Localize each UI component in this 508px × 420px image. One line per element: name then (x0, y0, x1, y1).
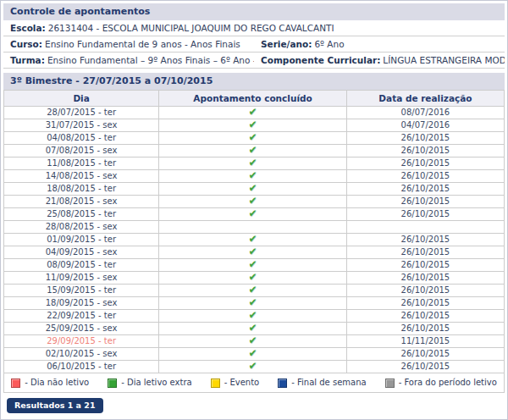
check-icon: ✔ (248, 146, 257, 155)
legend-item-evento: - Evento (211, 378, 260, 388)
legend-swatch-dia-nao-letivo (11, 379, 20, 388)
status-cell: ✔ (159, 348, 347, 361)
realization-date-cell: 26/10/2015 (346, 145, 504, 158)
status-cell: ✔ (159, 335, 347, 348)
table-body: 28/07/2015 - ter✔08/07/201631/07/2015 - … (4, 107, 505, 373)
day-cell-highlighted: 29/09/2015 - ter (4, 335, 159, 348)
status-cell: ✔ (159, 310, 347, 323)
status-cell: ✔ (159, 361, 347, 373)
legend-item-final-de-semana: - Final de semana (278, 378, 366, 388)
check-icon: ✔ (248, 349, 257, 358)
legend-item-dia-letivo-extra: - Dia letivo extra (108, 378, 191, 388)
status-cell: ✔ (159, 234, 347, 246)
day-cell: 07/08/2015 - sex (4, 145, 159, 158)
table-row: 28/07/2015 - ter✔08/07/2016 (4, 107, 505, 119)
status-cell: ✔ (159, 183, 347, 196)
escola-value: 26131404 - ESCOLA MUNICIPAL JOAQUIM DO R… (48, 23, 334, 33)
realization-date-cell: 26/10/2015 (346, 208, 504, 221)
realization-date-cell: 26/10/2015 (346, 323, 504, 335)
status-cell: ✔ (159, 132, 347, 145)
table-row: 08/09/2015 - ter✔26/10/2015 (4, 259, 505, 272)
check-icon: ✔ (248, 171, 257, 180)
table-row: 28/08/2015 - sex (4, 221, 505, 234)
componente-value: LÍNGUA ESTRANGEIRA MODERNA:INGLÊS (383, 55, 505, 65)
table-row: 21/08/2015 - sex✔26/10/2015 (4, 196, 505, 208)
col-header-apontamento: Apontamento concluído (159, 91, 347, 107)
day-cell: 21/08/2015 - sex (4, 196, 159, 208)
status-cell: ✔ (159, 323, 347, 335)
serie-value: 6º Ano (314, 39, 344, 49)
table-row: 02/10/2015 - sex✔26/10/2015 (4, 348, 505, 361)
turma-value: Ensino Fundamental – 9º Anos Finais – 6º… (47, 55, 254, 65)
realization-date-cell: 26/10/2015 (346, 158, 504, 170)
status-cell: ✔ (159, 170, 347, 183)
legend-row: - Dia não letivo- Dia letivo extra- Even… (4, 373, 505, 393)
status-cell: ✔ (159, 208, 347, 221)
table-row: 06/10/2015 - ter✔26/10/2015 (4, 361, 505, 373)
check-icon: ✔ (248, 184, 257, 193)
realization-date-cell: 26/10/2015 (346, 297, 504, 310)
realization-date-cell: 26/10/2015 (346, 246, 504, 259)
realization-date-cell: 11/11/2015 (346, 335, 504, 348)
legend-label: - Evento (224, 378, 260, 388)
legend-cell: - Dia não letivo- Dia letivo extra- Even… (4, 373, 505, 393)
table-row: 04/08/2015 - ter✔26/10/2015 (4, 132, 505, 145)
check-icon: ✔ (248, 260, 257, 269)
page-title: Controle de apontamentos (3, 3, 505, 20)
table-row: 22/09/2015 - ter✔26/10/2015 (4, 310, 505, 323)
realization-date-cell: 26/10/2015 (346, 285, 504, 297)
realization-date-cell: 04/07/2016 (346, 119, 504, 132)
col-header-dia: Dia (4, 91, 159, 107)
day-cell: 06/10/2015 - ter (4, 361, 159, 373)
status-cell: ✔ (159, 259, 347, 272)
status-cell (159, 221, 347, 234)
check-icon: ✔ (248, 209, 257, 218)
check-icon: ✔ (248, 133, 257, 142)
table-row: 07/08/2015 - sex✔26/10/2015 (4, 145, 505, 158)
status-cell: ✔ (159, 145, 347, 158)
status-cell: ✔ (159, 297, 347, 310)
check-icon: ✔ (248, 108, 257, 117)
table-row: 18/09/2015 - sex✔26/10/2015 (4, 297, 505, 310)
day-cell: 28/08/2015 - sex (4, 221, 159, 234)
check-icon: ✔ (248, 298, 257, 307)
curso-value: Ensino Fundamental de 9 anos - Anos Fina… (45, 39, 240, 49)
realization-date-cell: 26/10/2015 (346, 272, 504, 285)
day-cell: 14/08/2015 - sex (4, 170, 159, 183)
day-cell: 25/09/2015 - sex (4, 323, 159, 335)
turma-cell: Turma:Ensino Fundamental – 9º Anos Finai… (3, 52, 254, 69)
day-cell: 25/08/2015 - ter (4, 208, 159, 221)
info-table: Escola:26131404 - ESCOLA MUNICIPAL JOAQU… (3, 20, 505, 69)
table-row: 11/09/2015 - sex✔26/10/2015 (4, 272, 505, 285)
realization-date-cell: 26/10/2015 (346, 170, 504, 183)
realization-date-cell: 26/10/2015 (346, 348, 504, 361)
table-row: 31/07/2015 - sex✔04/07/2016 (4, 119, 505, 132)
day-cell: 04/09/2015 - sex (4, 246, 159, 259)
legend-swatch-dia-letivo-extra (108, 379, 117, 388)
legend-swatch-evento (211, 379, 220, 388)
legend-label: - Fora do período letivo (399, 378, 497, 388)
realization-date-cell: 26/10/2015 (346, 361, 504, 373)
status-cell: ✔ (159, 119, 347, 132)
table-row: 14/08/2015 - sex✔26/10/2015 (4, 170, 505, 183)
legend: - Dia não letivo- Dia letivo extra- Even… (6, 378, 502, 388)
day-cell: 01/09/2015 - ter (4, 234, 159, 246)
status-cell: ✔ (159, 285, 347, 297)
escola-cell: Escola:26131404 - ESCOLA MUNICIPAL JOAQU… (3, 20, 505, 36)
legend-swatch-fora-do-periodo (385, 379, 395, 388)
turma-label: Turma: (10, 55, 45, 65)
realization-date-cell: 26/10/2015 (346, 259, 504, 272)
status-cell: ✔ (159, 272, 347, 285)
table-row: 18/08/2015 - ter✔26/10/2015 (4, 183, 505, 196)
realization-date-cell: 26/10/2015 (346, 183, 504, 196)
col-header-data-realizacao: Data de realização (346, 91, 504, 107)
results-badge: Resultados 1 a 21 (7, 398, 103, 413)
info-row-escola: Escola:26131404 - ESCOLA MUNICIPAL JOAQU… (3, 20, 505, 36)
legend-item-dia-nao-letivo: - Dia não letivo (11, 378, 89, 388)
serie-label: Serie/ano: (261, 39, 312, 49)
escola-label: Escola: (10, 23, 46, 33)
realization-date-cell: 26/10/2015 (346, 196, 504, 208)
table-head: Dia Apontamento concluído Data de realiz… (4, 91, 505, 107)
day-cell: 18/09/2015 - sex (4, 297, 159, 310)
day-cell: 08/09/2015 - ter (4, 259, 159, 272)
